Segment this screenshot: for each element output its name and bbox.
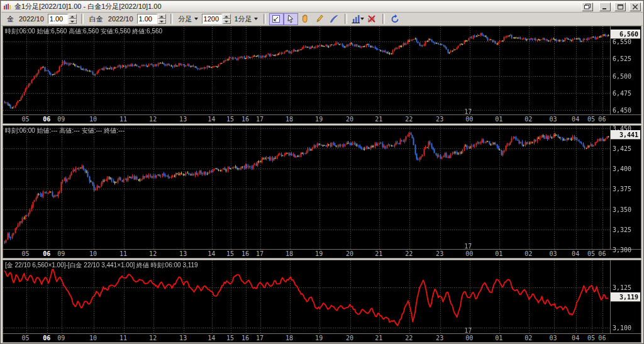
platinum-price-axis: 3,441 3,4503,4253,4003,3753,3503,3253,30…	[610, 126, 641, 250]
x-tick-label: 01	[495, 335, 502, 341]
bar-count-down-button[interactable]	[223, 19, 231, 24]
app-window: 金1分足[2022/10]1.00 - 白金1分足[2022/10]1.00 金…	[0, 0, 644, 344]
spread-chart-canvas[interactable]	[3, 260, 611, 334]
platinum-multiplier-up-button[interactable]	[158, 14, 166, 19]
x-tick-label: 06	[43, 335, 50, 341]
bar-count-input[interactable]	[202, 14, 222, 24]
bar-interval-dropdown[interactable]: 1分足	[235, 14, 258, 24]
down-arrow-icon	[70, 21, 74, 23]
x-tick-label: 11	[119, 250, 127, 257]
x-tick-label: 06	[598, 335, 606, 341]
toolbar-separator	[345, 14, 347, 24]
gold-last-price-box: 6,560	[611, 30, 640, 38]
x-tick-label: 13	[179, 250, 187, 257]
refresh-icon[interactable]	[388, 13, 402, 25]
toolbar-separator	[81, 14, 84, 24]
platinum-chart-plot[interactable]: 時刻:06:00 始値:--- 高値:--- 安値:--- 終値:--- 17	[3, 126, 611, 250]
window-title: 金1分足[2022/10]1.00 - 白金1分足[2022/10]1.00	[14, 2, 578, 11]
down-arrow-icon	[160, 21, 164, 23]
clear-drawings-icon[interactable]	[365, 13, 379, 25]
x-tick-label: 20	[346, 335, 353, 341]
x-tick-label: 21	[375, 250, 382, 257]
x-tick-label: 20	[346, 250, 353, 257]
y-tick-label: 3,350	[613, 206, 631, 213]
bar-type-dropdown[interactable]: 分足	[179, 14, 198, 24]
x-tick-label: 19	[315, 335, 323, 341]
x-tick-label: 03	[550, 116, 557, 123]
x-tick-label: 23	[436, 250, 443, 257]
date-marker: 17	[464, 243, 472, 250]
cursor-select-icon[interactable]	[284, 13, 298, 25]
y-tick-label: 3,125	[613, 284, 631, 291]
gold-multiplier-up-button[interactable]	[69, 14, 77, 19]
chart-range-select-icon[interactable]	[269, 13, 284, 25]
x-tick-label: 13	[179, 335, 187, 341]
bar-type-label: 分足	[179, 14, 192, 24]
x-tick-label: 19	[315, 116, 323, 123]
spread-chart-plot[interactable]: [金 22/10 6,560×1.00]-[白金 22/10 3,441×1.0…	[3, 260, 611, 334]
x-tick-label: 17	[256, 335, 264, 341]
y-tick-label: 3,325	[613, 226, 631, 233]
x-tick-label: 16	[242, 335, 249, 341]
platinum-time-axis: 0506091011121314151617181920212223000102…	[3, 249, 641, 258]
x-tick-label: 23	[436, 116, 443, 123]
x-tick-label: 17	[256, 116, 264, 123]
x-tick-label: 02	[525, 250, 532, 257]
draw-pencil-icon[interactable]	[313, 13, 327, 25]
chevron-down-icon	[360, 18, 364, 20]
x-tick-label: 22	[405, 116, 413, 123]
close-button[interactable]	[630, 3, 641, 11]
spread-price-axis: 3,119 3,1253,100	[610, 260, 641, 334]
gold-chart-plot[interactable]: 時刻:06:00 始値:6,560 高値:6,560 安値:6,560 終値:6…	[3, 26, 611, 115]
x-tick-label: 11	[119, 335, 127, 341]
maximize-button[interactable]	[614, 3, 626, 11]
x-tick-label: 05	[587, 116, 595, 123]
x-tick-label: 04	[572, 250, 579, 257]
minimize-button[interactable]	[599, 3, 611, 11]
platinum-multiplier-input[interactable]	[137, 14, 157, 24]
x-tick-label: 16	[242, 250, 249, 257]
x-tick-label: 09	[57, 116, 65, 123]
x-tick-label: 12	[149, 335, 157, 341]
x-tick-label: 03	[550, 250, 557, 257]
cascade-window-button[interactable]	[582, 3, 593, 11]
toolbar-separator	[264, 14, 266, 24]
down-arrow-icon	[225, 21, 228, 23]
x-tick-label: 03	[550, 335, 557, 341]
gold-multiplier-down-button[interactable]	[69, 19, 77, 24]
platinum-last-price-box: 3,441	[611, 131, 640, 139]
y-tick-label: 3,375	[613, 186, 631, 192]
title-bar[interactable]: 金1分足[2022/10]1.00 - 白金1分足[2022/10]1.00	[1, 1, 643, 13]
draw-freehand-icon[interactable]	[327, 13, 341, 25]
spread-last-price-box: 3,119	[611, 293, 640, 301]
x-tick-label: 01	[495, 116, 502, 123]
x-tick-label: 10	[89, 116, 97, 123]
platinum-chart-canvas[interactable]	[3, 126, 611, 250]
x-tick-label: 06	[43, 116, 50, 123]
gold-chart-canvas[interactable]	[3, 26, 611, 115]
x-tick-label: 15	[226, 250, 234, 257]
x-tick-label: 22	[405, 250, 413, 257]
x-tick-label: 05	[22, 116, 30, 123]
platinum-multiplier-down-button[interactable]	[158, 19, 166, 24]
date-marker: 17	[464, 108, 472, 115]
up-arrow-icon	[70, 16, 74, 18]
gold-price-axis: 6,560 6,5506,5256,5006,4756,450	[610, 26, 641, 115]
pan-hand-icon[interactable]	[298, 13, 313, 25]
x-tick-label: 06	[43, 250, 50, 257]
chart-stack: 時刻:06:00 始値:6,560 高値:6,560 安値:6,560 終値:6…	[3, 26, 641, 341]
x-tick-label: 05	[22, 250, 30, 257]
gold-contract-month: 2022/10	[19, 15, 44, 23]
bar-count-up-button[interactable]	[223, 14, 231, 19]
spread-time-axis: 0506091011121314151617181920212223000102…	[3, 333, 641, 342]
app-icon	[3, 3, 12, 11]
chart-type-icon[interactable]	[350, 13, 365, 25]
x-tick-label: 12	[149, 116, 157, 123]
x-tick-label: 18	[286, 250, 293, 257]
x-tick-label: 18	[286, 116, 293, 123]
x-tick-label: 14	[208, 116, 215, 123]
x-tick-label: 11	[119, 116, 127, 123]
x-tick-label: 17	[256, 250, 264, 257]
x-tick-label: 16	[242, 116, 249, 123]
gold-multiplier-input[interactable]	[48, 14, 68, 24]
